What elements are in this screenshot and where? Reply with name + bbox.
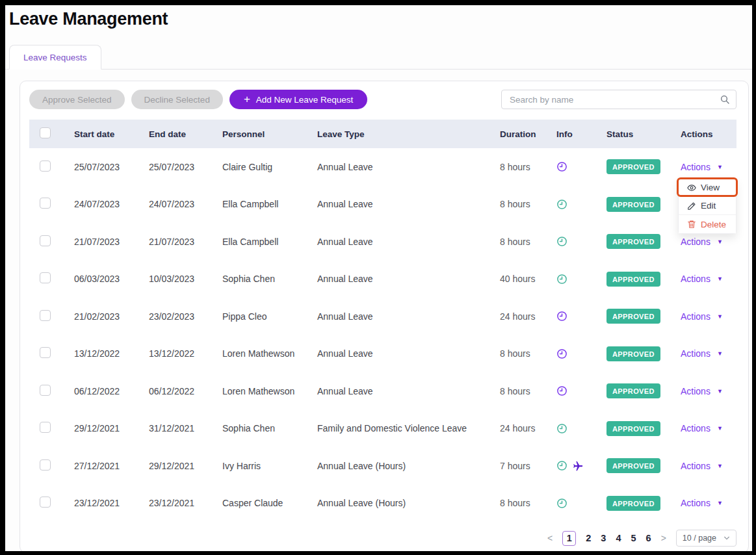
cell-actions: Actions▼ bbox=[681, 461, 736, 471]
row-actions-dropdown[interactable]: Actions▼ bbox=[681, 423, 723, 433]
toolbar: Approve Selected Decline Selected + Add … bbox=[20, 81, 748, 109]
dropdown-arrow-icon: ▼ bbox=[717, 239, 723, 245]
cell-personnel: Loren Mathewson bbox=[222, 348, 317, 359]
row-actions-dropdown[interactable]: Actions▼ bbox=[681, 162, 723, 172]
status-badge: APPROVED bbox=[606, 272, 660, 287]
row-checkbox[interactable] bbox=[40, 161, 51, 172]
page-size-select[interactable]: 10 / page bbox=[676, 530, 736, 547]
menu-item-delete[interactable]: Delete bbox=[679, 215, 736, 233]
menu-item-edit[interactable]: Edit bbox=[679, 197, 736, 215]
cell-actions: Actions▼ bbox=[681, 423, 736, 433]
search-input[interactable] bbox=[501, 90, 736, 109]
pagination-page-2[interactable]: 2 bbox=[586, 533, 591, 543]
plane-icon[interactable] bbox=[572, 460, 584, 472]
cell-duration: 8 hours bbox=[500, 162, 556, 172]
cell-info bbox=[556, 385, 606, 396]
cell-actions: Actions▼ bbox=[681, 348, 736, 359]
status-badge: APPROVED bbox=[606, 197, 660, 212]
cell-status: APPROVED bbox=[606, 272, 681, 287]
row-checkbox[interactable] bbox=[40, 310, 51, 321]
cell-personnel: Ivy Harris bbox=[222, 461, 317, 471]
row-checkbox[interactable] bbox=[40, 422, 51, 433]
cell-duration: 7 hours bbox=[500, 461, 556, 471]
dropdown-arrow-icon: ▼ bbox=[717, 425, 723, 432]
dropdown-arrow-icon: ▼ bbox=[717, 500, 723, 506]
cell-start-date: 23/12/2021 bbox=[74, 498, 149, 508]
menu-item-view[interactable]: View bbox=[679, 179, 736, 197]
select-all-checkbox[interactable] bbox=[40, 127, 51, 138]
status-badge: APPROVED bbox=[606, 421, 660, 436]
approve-selected-button[interactable]: Approve Selected bbox=[29, 90, 125, 109]
clock-icon[interactable] bbox=[556, 274, 567, 285]
actions-label: Actions bbox=[681, 311, 710, 322]
actions-label: Actions bbox=[681, 274, 710, 284]
row-checkbox[interactable] bbox=[40, 459, 51, 471]
clock-icon[interactable] bbox=[556, 311, 567, 322]
pagination-prev[interactable]: < bbox=[547, 533, 553, 543]
status-badge: APPROVED bbox=[606, 159, 660, 174]
cell-info bbox=[556, 199, 606, 210]
pagination-page-1[interactable]: 1 bbox=[562, 531, 576, 546]
clock-icon[interactable] bbox=[556, 498, 567, 509]
menu-item-label: View bbox=[701, 183, 720, 192]
cell-end-date: 13/12/2022 bbox=[149, 348, 222, 359]
row-actions-dropdown[interactable]: Actions▼ bbox=[681, 274, 723, 284]
cell-personnel: Loren Mathewson bbox=[222, 386, 317, 396]
row-actions-dropdown[interactable]: Actions▼ bbox=[681, 461, 723, 471]
tab-leave-requests[interactable]: Leave Requests bbox=[9, 45, 101, 70]
cell-leave-type: Annual Leave bbox=[317, 386, 500, 396]
cell-start-date: 25/07/2023 bbox=[74, 162, 149, 172]
cell-end-date: 21/07/2023 bbox=[149, 237, 222, 247]
add-new-leave-request-button[interactable]: + Add New Leave Request bbox=[229, 90, 367, 109]
row-checkbox[interactable] bbox=[40, 235, 51, 246]
column-header-actions: Actions bbox=[681, 129, 736, 139]
pagination-page-6[interactable]: 6 bbox=[646, 533, 651, 543]
cell-end-date: 24/07/2023 bbox=[149, 199, 222, 209]
pagination-next[interactable]: > bbox=[661, 533, 666, 543]
cell-info bbox=[556, 274, 606, 285]
column-header-leave-type: Leave Type bbox=[317, 129, 500, 139]
cell-duration: 24 hours bbox=[500, 311, 556, 322]
cell-actions: Actions▼ bbox=[681, 498, 736, 508]
column-header-info: Info bbox=[556, 129, 606, 139]
dropdown-arrow-icon: ▼ bbox=[717, 276, 723, 282]
row-actions-dropdown[interactable]: Actions▼ bbox=[681, 237, 723, 247]
clock-icon[interactable] bbox=[556, 460, 567, 471]
row-checkbox[interactable] bbox=[40, 497, 51, 508]
clock-icon[interactable] bbox=[556, 385, 567, 396]
row-actions-dropdown[interactable]: Actions▼ bbox=[681, 311, 723, 322]
pagination-page-5[interactable]: 5 bbox=[631, 533, 636, 543]
cell-personnel: Claire Gultig bbox=[222, 162, 317, 172]
pagination-page-3[interactable]: 3 bbox=[601, 533, 606, 543]
chevron-down-icon bbox=[723, 535, 730, 541]
cell-leave-type: Annual Leave bbox=[317, 162, 500, 172]
cell-start-date: 27/12/2021 bbox=[74, 461, 149, 471]
menu-item-label: Edit bbox=[701, 201, 716, 211]
page-title: Leave Management bbox=[5, 5, 752, 29]
cell-leave-type: Annual Leave bbox=[317, 348, 500, 359]
row-checkbox[interactable] bbox=[40, 272, 51, 283]
clock-icon[interactable] bbox=[556, 348, 567, 359]
decline-selected-button[interactable]: Decline Selected bbox=[131, 90, 223, 109]
row-actions-dropdown[interactable]: Actions▼ bbox=[681, 386, 723, 396]
table-row: 23/12/202123/12/2021Casper ClaudeAnnual … bbox=[29, 485, 736, 523]
cell-personnel: Ella Campbell bbox=[222, 199, 317, 209]
cell-personnel: Casper Claude bbox=[222, 498, 317, 508]
search-box bbox=[501, 90, 736, 109]
row-checkbox[interactable] bbox=[40, 385, 51, 396]
table-row: 29/12/202131/12/2021Sophia ChenFamily an… bbox=[29, 410, 736, 448]
clock-icon[interactable] bbox=[556, 199, 567, 210]
clock-icon[interactable] bbox=[556, 161, 567, 172]
clock-icon[interactable] bbox=[556, 236, 567, 247]
cell-status: APPROVED bbox=[606, 383, 681, 398]
row-actions-dropdown[interactable]: Actions▼ bbox=[681, 348, 723, 359]
cell-actions: Actions▼ bbox=[681, 274, 736, 284]
dropdown-arrow-icon: ▼ bbox=[717, 313, 723, 320]
cell-start-date: 29/12/2021 bbox=[74, 423, 149, 433]
row-checkbox[interactable] bbox=[40, 198, 51, 209]
row-actions-dropdown[interactable]: Actions▼ bbox=[681, 498, 723, 508]
pagination-page-4[interactable]: 4 bbox=[616, 533, 621, 543]
cell-start-date: 13/12/2022 bbox=[74, 348, 149, 359]
row-checkbox[interactable] bbox=[40, 347, 51, 358]
clock-icon[interactable] bbox=[556, 423, 567, 434]
